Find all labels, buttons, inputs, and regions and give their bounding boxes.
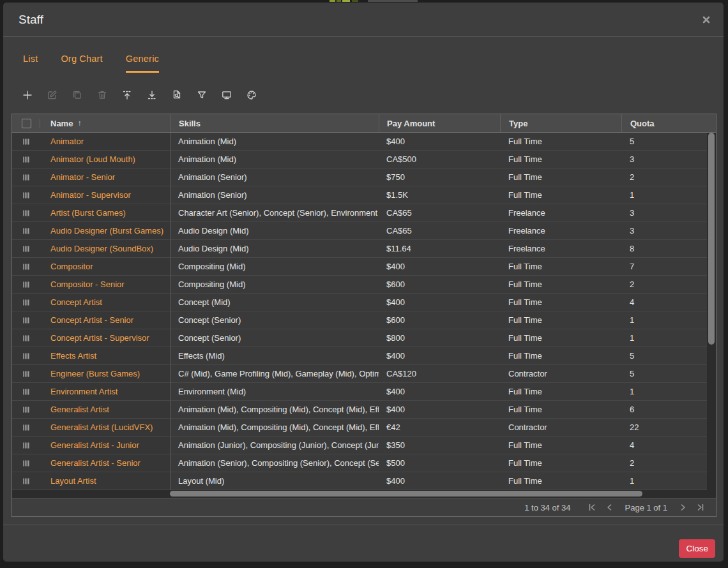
row-drag-icon [22, 406, 31, 414]
staff-name-link[interactable]: Audio Designer (Burst Games) [50, 226, 163, 235]
duplicate-icon [72, 89, 83, 101]
last-page-button[interactable] [695, 502, 706, 513]
cell-type: Full Time [500, 347, 621, 364]
staff-name-link[interactable]: Artist (Burst Games) [50, 208, 126, 218]
row-drag-handle[interactable] [12, 133, 40, 150]
cell-pay: $400 [379, 401, 500, 418]
staff-name-link[interactable]: Layout Artist [50, 476, 96, 486]
staff-name-link[interactable]: Animator - Supervisor [50, 190, 131, 200]
staff-name-link[interactable]: Generalist Artist - Junior [50, 440, 139, 450]
horizontal-scrollbar-thumb[interactable] [170, 491, 642, 497]
vertical-scrollbar[interactable] [707, 133, 716, 490]
staff-name-link[interactable]: Effects Artist [50, 351, 96, 361]
horizontal-scrollbar[interactable] [12, 490, 716, 498]
select-all-checkbox[interactable] [22, 119, 31, 128]
staff-name-link[interactable]: Compositor - Senior [50, 280, 125, 289]
staff-name-link[interactable]: Compositor [50, 262, 93, 271]
tab-list[interactable]: List [23, 49, 38, 73]
row-drag-handle[interactable] [12, 204, 40, 221]
cell-name: Environment Artist [40, 383, 170, 400]
cell-quota: 2 [621, 454, 716, 472]
cell-type: Full Time [500, 133, 621, 150]
staff-name-link[interactable]: Concept Artist - Senior [50, 315, 133, 325]
row-drag-handle[interactable] [12, 437, 40, 454]
row-drag-handle[interactable] [12, 186, 40, 204]
cell-quota: 22 [621, 419, 716, 436]
cell-type: Full Time [500, 329, 621, 347]
staff-name-link[interactable]: Generalist Artist [50, 405, 109, 414]
staff-name-link[interactable]: Generalist Artist (LucidVFX) [50, 422, 153, 432]
staff-name-link[interactable]: Audio Designer (SoundBox) [50, 244, 153, 253]
table-row: Engineer (Burst Games)C# (Mid), Game Pro… [12, 365, 716, 383]
row-drag-handle[interactable] [12, 222, 40, 239]
row-drag-handle[interactable] [12, 454, 40, 472]
column-header-type[interactable]: Type [500, 114, 621, 132]
display-button[interactable] [221, 89, 232, 101]
staff-name-link[interactable]: Concept Artist - Supervisor [50, 333, 149, 343]
row-drag-handle[interactable] [12, 151, 40, 168]
staff-name-link[interactable]: Generalist Artist - Senior [50, 458, 140, 468]
row-drag-handle[interactable] [12, 240, 40, 257]
cell-pay: €42 [379, 419, 500, 436]
cell-quota: 2 [621, 168, 716, 186]
previous-page-button[interactable] [604, 502, 616, 513]
cell-name: Generalist Artist - Junior [40, 437, 170, 454]
row-drag-handle[interactable] [12, 276, 40, 293]
cell-type: Contractor [500, 419, 621, 436]
column-header-pay-amount[interactable]: Pay Amount [379, 114, 500, 132]
first-page-button[interactable] [586, 502, 598, 513]
palette-button[interactable] [246, 89, 257, 101]
staff-name-link[interactable]: Environment Artist [50, 387, 118, 396]
table-header-row: Name ↑ Skills Pay Amount Type Quota [12, 114, 716, 133]
previous-page-icon [605, 502, 615, 512]
tab-generic[interactable]: Generic [126, 49, 159, 73]
column-header-name[interactable]: Name ↑ [40, 114, 170, 132]
row-drag-handle[interactable] [12, 419, 40, 436]
upload-button[interactable] [121, 89, 133, 101]
file-preview-button[interactable] [171, 89, 183, 101]
table-row: Generalist Artist (LucidVFX)Animation (M… [12, 419, 716, 437]
cell-pay: $11.64 [379, 240, 500, 257]
cell-skills: Compositing (Mid) [170, 258, 379, 275]
row-drag-handle[interactable] [12, 311, 40, 329]
row-drag-handle[interactable] [12, 365, 40, 382]
next-page-button[interactable] [677, 502, 688, 513]
row-drag-handle[interactable] [12, 472, 40, 490]
row-drag-handle[interactable] [12, 347, 40, 364]
column-header-quota[interactable]: Quota [621, 114, 716, 132]
cell-skills: Compositing (Mid) [170, 276, 379, 293]
upload-icon [121, 89, 133, 101]
cell-pay: $350 [379, 437, 500, 454]
row-drag-handle[interactable] [12, 401, 40, 418]
staff-name-link[interactable]: Concept Artist [50, 297, 102, 307]
row-drag-icon [22, 138, 31, 146]
close-button[interactable]: Close [679, 539, 715, 558]
cell-quota: 1 [621, 311, 716, 329]
cell-skills: Animation (Mid), Compositing (Mid), Conc… [170, 401, 379, 418]
staff-name-link[interactable]: Animator (Loud Mouth) [50, 154, 135, 164]
table-row: Generalist ArtistAnimation (Mid), Compos… [12, 401, 716, 419]
tab-org-chart[interactable]: Org Chart [61, 49, 102, 73]
download-button[interactable] [146, 89, 158, 101]
filter-button[interactable] [196, 89, 208, 101]
cell-skills: Audio Design (Mid) [170, 240, 379, 257]
backdrop-artifact [352, 0, 358, 2]
cell-quota: 6 [621, 401, 716, 418]
staff-name-link[interactable]: Animator [50, 137, 84, 146]
add-button[interactable] [22, 89, 33, 101]
cell-quota: 1 [621, 329, 716, 347]
cell-skills: Effects (Mid) [170, 347, 379, 364]
add-icon [22, 89, 33, 101]
column-header-skills[interactable]: Skills [170, 114, 379, 132]
row-drag-handle[interactable] [12, 329, 40, 347]
staff-name-link[interactable]: Engineer (Burst Games) [50, 369, 140, 378]
vertical-scrollbar-thumb[interactable] [708, 133, 715, 345]
row-drag-handle[interactable] [12, 383, 40, 400]
row-drag-handle[interactable] [12, 168, 40, 186]
dialog-close-button[interactable] [700, 13, 713, 26]
row-drag-handle[interactable] [12, 294, 40, 311]
row-drag-handle[interactable] [12, 258, 40, 275]
cell-pay: $400 [379, 472, 500, 490]
cell-pay: CA$65 [379, 222, 500, 239]
staff-name-link[interactable]: Animator - Senior [50, 172, 115, 182]
